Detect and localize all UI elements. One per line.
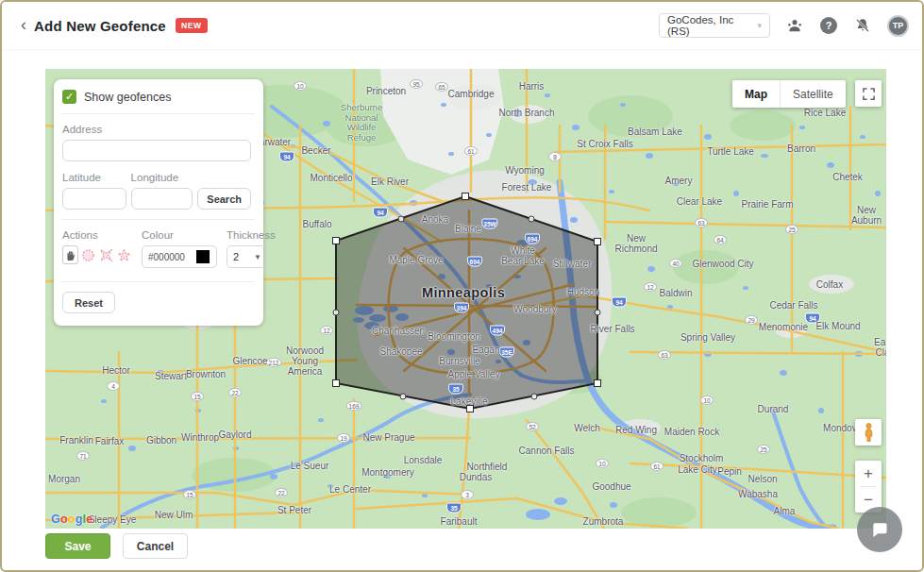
geofence-vertex-handle[interactable] — [332, 379, 340, 387]
reset-button[interactable]: Reset — [62, 292, 115, 313]
address-input[interactable] — [62, 140, 251, 161]
colour-field — [142, 245, 217, 268]
show-geofences-label: Show geofences — [84, 91, 171, 104]
help-icon[interactable]: ? — [819, 16, 838, 35]
thickness-select[interactable]: 2 ▼ — [227, 245, 268, 268]
latitude-label: Latitude — [62, 172, 126, 183]
geofence-vertex-handle[interactable] — [332, 237, 340, 244]
map-type-control: Map Satellite — [732, 80, 846, 108]
geofence-midpoint-handle[interactable] — [397, 215, 404, 222]
geofence-vertex-handle[interactable] — [594, 238, 601, 245]
back-chevron-icon[interactable]: ‹ — [21, 15, 26, 35]
geofence-midpoint-handle[interactable] — [400, 393, 407, 399]
divider — [61, 219, 255, 220]
search-button[interactable]: Search — [197, 188, 251, 210]
chevron-down-icon: ▼ — [254, 253, 261, 261]
geofence-midpoint-handle[interactable] — [530, 393, 537, 399]
geofence-vertex-handle[interactable] — [594, 379, 601, 387]
new-badge: NEW — [176, 18, 208, 33]
actions-label: Actions — [62, 229, 132, 241]
page-title: Add New Geofence — [34, 18, 166, 34]
colour-swatch[interactable] — [196, 250, 210, 263]
longitude-label: Longitude — [131, 172, 193, 183]
zoom-control: + − — [855, 461, 882, 513]
geofence-midpoint-handle[interactable] — [529, 216, 535, 223]
zoom-in-button[interactable]: + — [855, 461, 882, 486]
chat-bubble-icon — [870, 520, 889, 539]
draw-polygon-icon[interactable] — [99, 245, 114, 264]
avatar[interactable]: TP — [887, 15, 909, 37]
pegman-icon — [862, 423, 876, 442]
map-type-satellite-button[interactable]: Satellite — [780, 80, 846, 108]
geofence-vertex-handle[interactable] — [466, 405, 474, 412]
longitude-input[interactable] — [131, 188, 193, 210]
latitude-input[interactable] — [62, 188, 126, 210]
thickness-value: 2 — [233, 251, 239, 262]
divider — [61, 281, 255, 282]
chevron-down-icon: ▾ — [757, 21, 762, 30]
colour-input[interactable] — [148, 252, 193, 262]
org-selector-value: GoCodes, Inc (RS) — [667, 14, 751, 37]
geofence-form-panel: ✓ Show geofences Address Latitude Longit… — [54, 79, 263, 326]
chat-fab-button[interactable] — [857, 507, 902, 552]
thickness-label: Thickness — [227, 229, 276, 241]
footer-actions: Save Cancel — [45, 533, 188, 559]
fullscreen-icon — [862, 87, 876, 101]
save-button[interactable]: Save — [45, 533, 110, 559]
geofence-midpoint-handle[interactable] — [333, 309, 340, 315]
cancel-button[interactable]: Cancel — [123, 533, 188, 559]
org-selector[interactable]: GoCodes, Inc (RS) ▾ — [659, 13, 770, 38]
app-window: ‹ Add New Geofence NEW GoCodes, Inc (RS)… — [0, 0, 924, 572]
notifications-off-icon[interactable] — [853, 16, 872, 35]
draw-circle-icon[interactable] — [81, 245, 96, 264]
show-geofences-checkbox[interactable]: ✓ — [62, 90, 76, 104]
fullscreen-button[interactable] — [855, 80, 882, 107]
geofence-midpoint-handle[interactable] — [595, 310, 601, 316]
pegman-button[interactable] — [855, 419, 882, 446]
google-logo: Google — [51, 513, 92, 526]
header: ‹ Add New Geofence NEW GoCodes, Inc (RS)… — [2, 2, 922, 49]
referral-icon[interactable] — [785, 16, 804, 35]
map-type-map-button[interactable]: Map — [732, 80, 780, 108]
draw-star-icon[interactable] — [117, 245, 132, 264]
geofence-vertex-handle[interactable] — [462, 193, 469, 200]
pan-tool-icon[interactable] — [62, 245, 78, 264]
colour-label: Colour — [142, 229, 217, 241]
address-label: Address — [62, 124, 251, 135]
divider — [61, 113, 255, 114]
